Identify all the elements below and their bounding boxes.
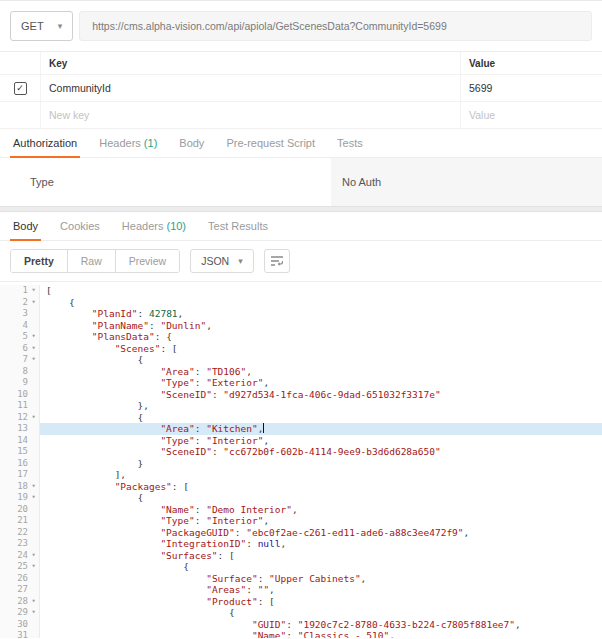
response-tab-body[interactable]: Body [2, 212, 49, 240]
code-line-11[interactable]: 11 }, [0, 400, 602, 412]
line-number-gutter[interactable]: 3 [0, 308, 40, 320]
code-line-20[interactable]: 20 "Name": "Demo Interior", [0, 504, 602, 516]
line-number-gutter[interactable]: 22 [0, 527, 40, 539]
code-line-27[interactable]: 27 "Areas": "", [0, 584, 602, 596]
line-number-gutter[interactable]: 4 [0, 320, 40, 332]
line-number-gutter[interactable]: 12▾ [0, 412, 40, 424]
line-number-gutter[interactable]: 29▾ [0, 607, 40, 619]
response-tab-test-results[interactable]: Test Results [197, 212, 279, 240]
code-line-2[interactable]: 2▾ { [0, 297, 602, 309]
tab-authorization[interactable]: Authorization [2, 129, 88, 157]
language-select[interactable]: JSON ▾ [190, 249, 254, 273]
line-number-gutter[interactable]: 10 [0, 389, 40, 401]
line-number-gutter[interactable]: 5▾ [0, 331, 40, 343]
method-label: GET [21, 20, 44, 32]
line-number-gutter[interactable]: 17 [0, 469, 40, 481]
code-line-28[interactable]: 28▾ "Product": [ [0, 596, 602, 608]
line-number-gutter[interactable]: 9 [0, 377, 40, 389]
param-key-input[interactable]: CommunityId [40, 75, 460, 101]
tab-headers[interactable]: Headers (1) [88, 129, 168, 157]
code-line-17[interactable]: 17 ], [0, 469, 602, 481]
code-line-31[interactable]: 31 "Name": "Classics - 510", [0, 630, 602, 638]
line-number-gutter[interactable]: 2▾ [0, 297, 40, 309]
code-line-24[interactable]: 24▾ "Surfaces": [ [0, 550, 602, 562]
line-number-gutter[interactable]: 15 [0, 446, 40, 458]
response-tabs: BodyCookiesHeaders (10)Test Results [0, 212, 602, 241]
code-line-16[interactable]: 16 } [0, 458, 602, 470]
line-number-gutter[interactable]: 26 [0, 573, 40, 585]
code-line-18[interactable]: 18▾ "Packages": [ [0, 481, 602, 493]
method-select[interactable]: GET ▾ [10, 11, 73, 41]
url-input[interactable]: https://cms.alpha-vision.com/api/apiola/… [79, 11, 592, 41]
fold-arrow-icon: ▾ [28, 285, 39, 297]
line-number-gutter[interactable]: 21 [0, 515, 40, 527]
view-raw-button[interactable]: Raw [68, 250, 116, 272]
tab-pre-request-script[interactable]: Pre-request Script [215, 129, 326, 157]
line-number-gutter[interactable]: 13 [0, 423, 40, 435]
code-line-29[interactable]: 29▾ { [0, 607, 602, 619]
code-line-26[interactable]: 26 "Surface": "Upper Cabinets", [0, 573, 602, 585]
code-line-22[interactable]: 22 "PackageGUID": "ebc0f2ae-c261-ed11-ad… [0, 527, 602, 539]
code-line-21[interactable]: 21 "Type": "Interior", [0, 515, 602, 527]
wrap-text-icon[interactable] [264, 249, 290, 273]
code-line-7[interactable]: 7▾ { [0, 354, 602, 366]
line-number-gutter[interactable]: 31 [0, 630, 40, 638]
line-number-gutter[interactable]: 20 [0, 504, 40, 516]
line-number-gutter[interactable]: 11 [0, 400, 40, 412]
fold-arrow-icon: ▾ [28, 492, 39, 504]
view-preview-button[interactable]: Preview [116, 250, 179, 272]
line-number-gutter[interactable]: 19▾ [0, 492, 40, 504]
tab-body[interactable]: Body [168, 129, 215, 157]
param-new-row: New key Value [0, 102, 602, 129]
line-number-gutter[interactable]: 16 [0, 458, 40, 470]
line-number-gutter[interactable]: 8 [0, 366, 40, 378]
fold-arrow-icon: ▾ [28, 481, 39, 493]
code-line-3[interactable]: 3 "PlanId": 42781, [0, 308, 602, 320]
param-value-input[interactable]: 5699 [460, 75, 602, 101]
line-number-gutter[interactable]: 18▾ [0, 481, 40, 493]
param-checkbox-checked[interactable]: ✓ [14, 82, 27, 95]
code-line-8[interactable]: 8 "Area": "TD106", [0, 366, 602, 378]
line-number-gutter[interactable]: 28▾ [0, 596, 40, 608]
line-number-gutter[interactable]: 30 [0, 619, 40, 631]
line-number-gutter[interactable]: 24▾ [0, 550, 40, 562]
tab-tests[interactable]: Tests [326, 129, 374, 157]
code-line-1[interactable]: 1▾[ [0, 285, 602, 297]
code-line-13[interactable]: 13 "Area": "Kitchen", [0, 423, 602, 435]
new-key-input[interactable]: New key [40, 102, 460, 128]
code-line-30[interactable]: 30 "GUID": "1920c7c2-8780-4633-b224-c780… [0, 619, 602, 631]
auth-type-select[interactable]: No Auth [342, 176, 381, 188]
new-value-input[interactable]: Value [460, 102, 602, 128]
chevron-down-icon: ▾ [238, 256, 243, 266]
line-number-gutter[interactable]: 7▾ [0, 354, 40, 366]
view-pretty-button[interactable]: Pretty [11, 250, 68, 272]
code-line-6[interactable]: 6▾ "Scenes": [ [0, 343, 602, 355]
language-label: JSON [201, 255, 229, 267]
params-table: Key Value ✓ CommunityId 5699 New key Val… [0, 51, 602, 129]
response-tab-cookies[interactable]: Cookies [49, 212, 111, 240]
fold-arrow-icon: ▾ [28, 297, 39, 309]
code-line-4[interactable]: 4 "PlanName": "Dunlin", [0, 320, 602, 332]
request-tabs: AuthorizationHeaders (1)BodyPre-request … [0, 129, 602, 158]
response-tab-headers[interactable]: Headers (10) [111, 212, 197, 240]
code-line-19[interactable]: 19▾ { [0, 492, 602, 504]
code-line-25[interactable]: 25▾ { [0, 561, 602, 573]
line-number-gutter[interactable]: 23 [0, 538, 40, 550]
params-header-row: Key Value [0, 52, 602, 75]
code-line-9[interactable]: 9 "Type": "Exterior", [0, 377, 602, 389]
line-number-gutter[interactable]: 14 [0, 435, 40, 447]
line-number-gutter[interactable]: 6▾ [0, 343, 40, 355]
code-line-15[interactable]: 15 "SceneID": "cc672b0f-602b-4114-9ee9-b… [0, 446, 602, 458]
fold-arrow-icon: ▾ [28, 596, 39, 608]
code-line-10[interactable]: 10 "SceneID": "d927d534-1fca-406c-9dad-6… [0, 389, 602, 401]
code-line-12[interactable]: 12▾ { [0, 412, 602, 424]
fold-arrow-icon: ▾ [28, 354, 39, 366]
response-body-editor[interactable]: 1▾[2▾ {3 "PlanId": 42781,4 "PlanName": "… [0, 282, 602, 638]
line-number-gutter[interactable]: 27 [0, 584, 40, 596]
line-number-gutter[interactable]: 25▾ [0, 561, 40, 573]
code-line-5[interactable]: 5▾ "PlansData": { [0, 331, 602, 343]
line-number-gutter[interactable]: 1▾ [0, 285, 40, 297]
fold-arrow-icon: ▾ [28, 607, 39, 619]
code-line-14[interactable]: 14 "Type": "Interior", [0, 435, 602, 447]
code-line-23[interactable]: 23 "IntegrationID": null, [0, 538, 602, 550]
